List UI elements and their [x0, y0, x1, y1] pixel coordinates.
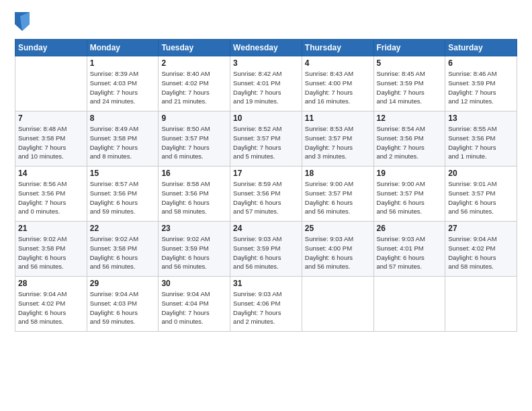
day-info: Sunrise: 8:56 AM Sunset: 3:56 PM Dayligh…: [18, 179, 84, 216]
day-info: Sunrise: 9:04 AM Sunset: 4:02 PM Dayligh…: [448, 234, 514, 271]
calendar-cell: 21Sunrise: 9:02 AM Sunset: 3:58 PM Dayli…: [15, 222, 87, 277]
day-info: Sunrise: 8:52 AM Sunset: 3:57 PM Dayligh…: [233, 124, 299, 161]
day-number: 6: [448, 58, 514, 68]
calendar-cell: [445, 277, 517, 332]
calendar-cell: 13Sunrise: 8:55 AM Sunset: 3:56 PM Dayli…: [445, 111, 517, 167]
calendar-cell: 7Sunrise: 8:48 AM Sunset: 3:58 PM Daylig…: [15, 111, 87, 167]
day-number: 2: [161, 58, 227, 68]
day-info: Sunrise: 9:03 AM Sunset: 4:06 PM Dayligh…: [233, 289, 299, 326]
calendar-cell: 11Sunrise: 8:53 AM Sunset: 3:57 PM Dayli…: [302, 111, 373, 167]
calendar-cell: 14Sunrise: 8:56 AM Sunset: 3:56 PM Dayli…: [15, 167, 87, 222]
calendar-cell: 10Sunrise: 8:52 AM Sunset: 3:57 PM Dayli…: [230, 111, 302, 167]
day-number: 21: [18, 224, 84, 233]
day-number: 18: [305, 169, 371, 178]
day-info: Sunrise: 8:55 AM Sunset: 3:56 PM Dayligh…: [448, 124, 514, 161]
day-number: 4: [305, 58, 371, 68]
day-info: Sunrise: 8:57 AM Sunset: 3:56 PM Dayligh…: [90, 179, 156, 216]
calendar-cell: 1Sunrise: 8:39 AM Sunset: 4:03 PM Daylig…: [87, 56, 159, 111]
calendar-cell: 15Sunrise: 8:57 AM Sunset: 3:56 PM Dayli…: [87, 167, 159, 222]
day-number: 29: [90, 279, 156, 288]
day-info: Sunrise: 9:00 AM Sunset: 3:57 PM Dayligh…: [305, 179, 371, 216]
week-row: 1Sunrise: 8:39 AM Sunset: 4:03 PM Daylig…: [15, 56, 517, 111]
day-info: Sunrise: 9:03 AM Sunset: 3:59 PM Dayligh…: [233, 234, 299, 271]
calendar-cell: [15, 56, 87, 111]
day-number: 12: [377, 113, 443, 123]
week-row: 7Sunrise: 8:48 AM Sunset: 3:58 PM Daylig…: [15, 111, 517, 167]
weekday-header: Saturday: [445, 40, 517, 56]
calendar-cell: 23Sunrise: 9:02 AM Sunset: 3:59 PM Dayli…: [159, 222, 230, 277]
weekday-header: Tuesday: [159, 40, 230, 56]
calendar-cell: 17Sunrise: 8:59 AM Sunset: 3:56 PM Dayli…: [230, 167, 302, 222]
day-number: 10: [233, 113, 299, 123]
day-number: 7: [18, 113, 84, 123]
logo: [15, 12, 32, 31]
day-number: 16: [161, 169, 227, 178]
calendar-cell: [373, 277, 445, 332]
day-info: Sunrise: 8:46 AM Sunset: 3:59 PM Dayligh…: [448, 69, 514, 106]
day-number: 8: [90, 113, 156, 123]
calendar-cell: 3Sunrise: 8:42 AM Sunset: 4:01 PM Daylig…: [230, 56, 302, 111]
day-info: Sunrise: 9:04 AM Sunset: 4:04 PM Dayligh…: [161, 289, 227, 326]
day-number: 27: [448, 224, 514, 233]
day-number: 14: [18, 169, 84, 178]
calendar-cell: 18Sunrise: 9:00 AM Sunset: 3:57 PM Dayli…: [302, 167, 373, 222]
page: SundayMondayTuesdayWednesdayThursdayFrid…: [0, 0, 532, 411]
day-number: 5: [377, 58, 443, 68]
calendar-cell: 12Sunrise: 8:54 AM Sunset: 3:56 PM Dayli…: [373, 111, 445, 167]
calendar-cell: 28Sunrise: 9:04 AM Sunset: 4:02 PM Dayli…: [15, 277, 87, 332]
day-number: 23: [161, 224, 227, 233]
day-info: Sunrise: 8:53 AM Sunset: 3:57 PM Dayligh…: [305, 124, 371, 161]
day-number: 28: [18, 279, 84, 288]
calendar-cell: 24Sunrise: 9:03 AM Sunset: 3:59 PM Dayli…: [230, 222, 302, 277]
weekday-header: Wednesday: [230, 40, 302, 56]
day-number: 26: [377, 224, 443, 233]
calendar-cell: 29Sunrise: 9:04 AM Sunset: 4:03 PM Dayli…: [87, 277, 159, 332]
day-info: Sunrise: 8:45 AM Sunset: 3:59 PM Dayligh…: [377, 69, 443, 106]
day-info: Sunrise: 9:00 AM Sunset: 3:57 PM Dayligh…: [377, 179, 443, 216]
week-row: 14Sunrise: 8:56 AM Sunset: 3:56 PM Dayli…: [15, 167, 517, 222]
day-info: Sunrise: 9:02 AM Sunset: 3:58 PM Dayligh…: [18, 234, 84, 271]
day-number: 20: [448, 169, 514, 178]
calendar-cell: 30Sunrise: 9:04 AM Sunset: 4:04 PM Dayli…: [159, 277, 230, 332]
week-row: 28Sunrise: 9:04 AM Sunset: 4:02 PM Dayli…: [15, 277, 517, 332]
calendar-cell: 19Sunrise: 9:00 AM Sunset: 3:57 PM Dayli…: [373, 167, 445, 222]
weekday-header: Thursday: [302, 40, 373, 56]
day-info: Sunrise: 8:49 AM Sunset: 3:58 PM Dayligh…: [90, 124, 156, 161]
logo-icon: [15, 12, 30, 31]
day-info: Sunrise: 9:02 AM Sunset: 3:58 PM Dayligh…: [90, 234, 156, 271]
day-number: 30: [161, 279, 227, 288]
day-info: Sunrise: 8:43 AM Sunset: 4:00 PM Dayligh…: [305, 69, 371, 106]
day-number: 17: [233, 169, 299, 178]
day-info: Sunrise: 8:48 AM Sunset: 3:58 PM Dayligh…: [18, 124, 84, 161]
day-number: 1: [90, 58, 156, 68]
calendar-cell: 25Sunrise: 9:03 AM Sunset: 4:00 PM Dayli…: [302, 222, 373, 277]
calendar-cell: 27Sunrise: 9:04 AM Sunset: 4:02 PM Dayli…: [445, 222, 517, 277]
calendar: SundayMondayTuesdayWednesdayThursdayFrid…: [15, 39, 517, 332]
day-info: Sunrise: 9:01 AM Sunset: 3:57 PM Dayligh…: [448, 179, 514, 216]
day-info: Sunrise: 9:02 AM Sunset: 3:59 PM Dayligh…: [161, 234, 227, 271]
calendar-cell: 5Sunrise: 8:45 AM Sunset: 3:59 PM Daylig…: [373, 56, 445, 111]
day-number: 22: [90, 224, 156, 233]
day-info: Sunrise: 9:04 AM Sunset: 4:02 PM Dayligh…: [18, 289, 84, 326]
weekday-header-row: SundayMondayTuesdayWednesdayThursdayFrid…: [15, 40, 517, 56]
calendar-cell: 8Sunrise: 8:49 AM Sunset: 3:58 PM Daylig…: [87, 111, 159, 167]
day-number: 31: [233, 279, 299, 288]
calendar-cell: 20Sunrise: 9:01 AM Sunset: 3:57 PM Dayli…: [445, 167, 517, 222]
calendar-cell: 31Sunrise: 9:03 AM Sunset: 4:06 PM Dayli…: [230, 277, 302, 332]
calendar-cell: 4Sunrise: 8:43 AM Sunset: 4:00 PM Daylig…: [302, 56, 373, 111]
day-info: Sunrise: 8:59 AM Sunset: 3:56 PM Dayligh…: [233, 179, 299, 216]
day-info: Sunrise: 9:03 AM Sunset: 4:01 PM Dayligh…: [377, 234, 443, 271]
weekday-header: Friday: [373, 40, 445, 56]
calendar-cell: [302, 277, 373, 332]
calendar-cell: 2Sunrise: 8:40 AM Sunset: 4:02 PM Daylig…: [159, 56, 230, 111]
day-number: 3: [233, 58, 299, 68]
calendar-cell: 22Sunrise: 9:02 AM Sunset: 3:58 PM Dayli…: [87, 222, 159, 277]
calendar-cell: 9Sunrise: 8:50 AM Sunset: 3:57 PM Daylig…: [159, 111, 230, 167]
day-info: Sunrise: 9:04 AM Sunset: 4:03 PM Dayligh…: [90, 289, 156, 326]
day-number: 13: [448, 113, 514, 123]
day-number: 9: [161, 113, 227, 123]
day-info: Sunrise: 8:40 AM Sunset: 4:02 PM Dayligh…: [161, 69, 227, 106]
day-info: Sunrise: 8:58 AM Sunset: 3:56 PM Dayligh…: [161, 179, 227, 216]
weekday-header: Sunday: [15, 40, 87, 56]
calendar-cell: 16Sunrise: 8:58 AM Sunset: 3:56 PM Dayli…: [159, 167, 230, 222]
